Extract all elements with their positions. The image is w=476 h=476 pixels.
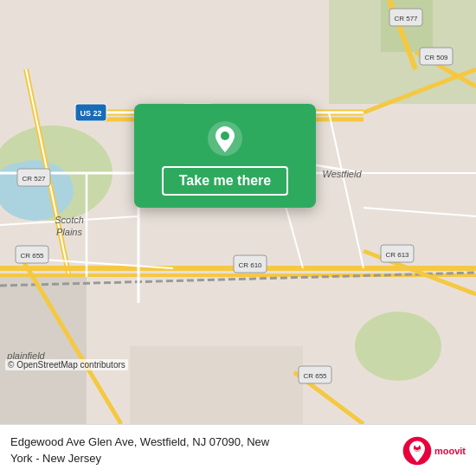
svg-text:CR 577: CR 577: [394, 15, 418, 23]
svg-text:CR 613: CR 613: [385, 251, 409, 259]
address-label: Edgewood Ave Glen Ave, Westfield, NJ 070…: [10, 434, 393, 466]
moovit-logo: moovit: [402, 435, 466, 466]
location-pin-icon: [206, 119, 244, 158]
svg-rect-6: [130, 346, 303, 424]
moovit-icon: [402, 435, 433, 466]
svg-text:CR 509: CR 509: [424, 54, 448, 61]
map-view: US 22 US 22 CR 527 CR 577 CR 509 CR 610 …: [0, 0, 476, 424]
svg-text:CR 527: CR 527: [22, 175, 46, 183]
moovit-text: moovit: [434, 446, 466, 456]
navigation-card: Take me there: [134, 104, 316, 208]
map-attribution: © OpenStreetMap contributors: [5, 359, 128, 370]
svg-text:CR 655: CR 655: [20, 252, 44, 260]
svg-text:US 22: US 22: [80, 109, 101, 118]
svg-text:CR 610: CR 610: [238, 261, 262, 269]
svg-point-4: [355, 312, 441, 381]
svg-text:Westfield: Westfield: [322, 169, 362, 179]
svg-text:Scotch: Scotch: [55, 215, 84, 225]
info-bar: Edgewood Ave Glen Ave, Westfield, NJ 070…: [0, 424, 476, 476]
take-me-there-button[interactable]: Take me there: [162, 166, 288, 196]
svg-point-35: [415, 443, 419, 447]
svg-point-32: [221, 132, 229, 140]
svg-text:CR 655: CR 655: [303, 372, 327, 380]
svg-text:Plains: Plains: [56, 227, 82, 237]
